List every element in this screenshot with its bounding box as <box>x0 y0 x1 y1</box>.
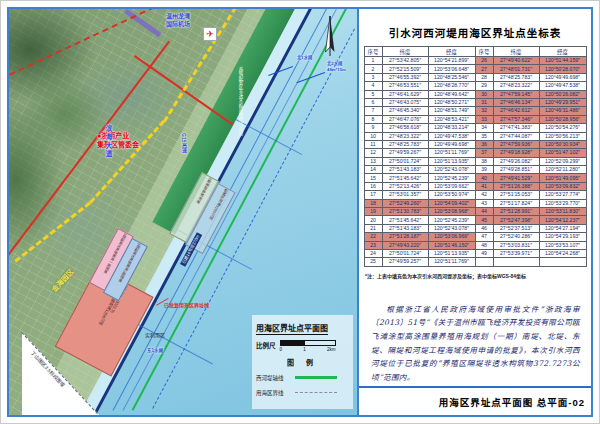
bei1-gate-label: 北1水闸 <box>297 54 312 60</box>
shiliyongqu-label: 实利用区 <box>145 331 165 338</box>
table-row: 1127°48′25.783″120°49′49.698″3627°47′59.… <box>364 140 586 148</box>
cell-index: 4 <box>364 82 382 90</box>
drawing-sheet: 4期围垦养殖用海1250公顷 (2017.9—2022.9) 3期配套区养殖用海… <box>0 0 600 424</box>
cell-longitude: 120°54′09.402″ <box>428 199 475 207</box>
cell-latitude: 27°48′25.783″ <box>382 140 428 148</box>
cell-index: 40 <box>475 174 493 182</box>
cell-index: 45 <box>475 216 493 224</box>
cell-longitude: 120°54′27.194″ <box>539 224 586 232</box>
approval-paragraph: 根据浙江省人民政府海域使用审批文件“浙政海审〔2013〕51号”《关于温州市瓯飞… <box>371 303 580 385</box>
legend-item-axis-label: 西河堤轴线 <box>256 374 290 382</box>
cell-index: 47 <box>475 233 493 241</box>
cell-index: 22 <box>364 233 382 241</box>
sheet-title: 用海区界址点平面图 总平面-02 <box>439 395 585 409</box>
cell-longitude: 120°51′11.769″ <box>428 258 475 266</box>
cell-longitude: 120°52′09.299″ <box>539 157 586 165</box>
cell-longitude: 120°48′53.421″ <box>428 115 475 123</box>
cell-index: 31 <box>475 98 493 106</box>
cell-longitude: 120°53′09.832″ <box>539 182 586 190</box>
cell-longitude: 120°49′49.698″ <box>539 73 586 81</box>
cell-longitude: 120°53′09.662″ <box>428 182 475 190</box>
table-header-row: 序号纬度经度序号纬度经度 <box>364 47 586 57</box>
cell-longitude: 120°48′25.546″ <box>428 73 475 81</box>
cell-latitude: 27°49′59.267″ <box>382 149 428 157</box>
cell-index: 15 <box>364 174 382 182</box>
cell-longitude: 120°50′56.213″ <box>539 132 586 140</box>
cell-longitude: 120°48′50.271″ <box>428 98 475 106</box>
cell-latitude: 27°46′46.134″ <box>493 98 539 106</box>
cell-index: 34 <box>475 124 493 132</box>
airport-icon: ✈ <box>203 27 217 41</box>
cell-latitude: 27°52′40.286″ <box>493 233 539 241</box>
cell-longitude: 120°53′06.966″ <box>428 233 475 241</box>
table-row: 427°46′53.551″120°48′28.770″2927°48′23.3… <box>364 82 586 90</box>
cell-latitude: 27°47′41.383″ <box>493 124 539 132</box>
cell-latitude: 27°50′01.724″ <box>382 157 428 165</box>
cell-index: 21 <box>364 224 382 232</box>
cell-longitude: 120°53′11.830″ <box>539 208 586 216</box>
cell-latitude: 27°50′01.724″ <box>382 249 428 257</box>
cell-longitude: 120°51′13.935″ <box>428 157 475 165</box>
scale-tick-1: 1 <box>303 347 306 352</box>
cell-latitude: 27°51′17.824″ <box>493 199 539 207</box>
cell-longitude: 120°49′47.538″ <box>539 82 586 90</box>
table-row: 2227°51′28.187″120°53′06.966″4727°52′40.… <box>364 233 586 241</box>
cell-latitude: 27°46′47.076″ <box>382 115 428 123</box>
table-row: 1427°51′43.183″120°52′43.078″3927°49′28.… <box>364 166 586 174</box>
cell-longitude: 120°50′28.956″ <box>539 115 586 123</box>
cell-latitude: 27°49′26.082″ <box>493 157 539 165</box>
cell-index: 41 <box>475 182 493 190</box>
cell-index: 5 <box>364 90 382 98</box>
cell-longitude: 120°52′11.280″ <box>539 166 586 174</box>
cell-index: 38 <box>475 157 493 165</box>
cell-latitude: 27°49′43.220″ <box>382 241 428 249</box>
cell-longitude: 120°53′06.648″ <box>428 65 475 73</box>
legend-item-boundary-label: 用海区界线 <box>256 389 290 397</box>
legend-title: 用海区界址点平面图 <box>256 322 328 335</box>
cell-longitude: 120°50′26.082″ <box>539 90 586 98</box>
column-header: 纬度 <box>382 47 428 57</box>
cell-longitude: 120°54′21.899″ <box>428 57 475 65</box>
cell-longitude: 120°51′11.769″ <box>428 149 475 157</box>
g15-label: G15高速 <box>181 133 188 152</box>
cell-latitude: 27°51′43.183″ <box>382 224 428 232</box>
cell-index: 7 <box>364 107 382 115</box>
sheet-frame: 4期围垦养殖用海1250公顷 (2017.9—2022.9) 3期配套区养殖用海… <box>7 7 593 417</box>
airport-label: 温州龙湾 国际机场 <box>166 13 190 28</box>
cell-index: 44 <box>475 208 493 216</box>
cell-index: 12 <box>364 149 382 157</box>
cell-index: 16 <box>364 182 382 190</box>
cell-latitude: 27°48′23.322″ <box>493 82 539 90</box>
cell-index: 19 <box>364 208 382 216</box>
scale-label: 比例尺 <box>256 340 276 350</box>
cell-longitude: 120°49′31.486″ <box>539 107 586 115</box>
cell-index <box>475 258 493 266</box>
scale-tick-0: 0 <box>280 347 283 352</box>
cell-latitude: 27°49′40.622″ <box>493 57 539 65</box>
cell-latitude: 27°53′39.971″ <box>493 249 539 257</box>
approved-boundary-label: 已批复用海区界址线 <box>164 301 209 308</box>
table-row: 1727°53′01.357″120°53′50.974″4227°51′15.… <box>364 191 586 199</box>
scale-bar: 0 1 2km <box>280 340 336 352</box>
table-row: 1827°52′49.260″120°54′09.402″4327°51′17.… <box>364 199 586 207</box>
jinhai-park-label: 金海园区 <box>49 267 75 294</box>
table-row: 827°46′47.076″120°48′53.421″3327°47′57.3… <box>364 115 586 123</box>
table-row: 1527°51′45.642″120°52′45.239″4027°49′41.… <box>364 174 586 182</box>
dong1-gate-label: 东1水闸 <box>147 347 163 353</box>
table-row: 727°46′45.340″120°48′51.749″3227°46′42.6… <box>364 107 586 115</box>
cell-index: 33 <box>475 115 493 123</box>
cell-longitude: 120°53′08.968″ <box>428 208 475 216</box>
cell-latitude: 27°53′42.805″ <box>382 57 428 65</box>
cell-longitude: 120°48′51.749″ <box>428 107 475 115</box>
cell-longitude: 120°51′44.159″ <box>539 57 586 65</box>
cell-latitude: 27°47′59.936″ <box>493 140 539 148</box>
legend-boundary-swatch <box>295 392 337 393</box>
coordinate-table: 序号纬度经度序号纬度经度 127°53′42.805″120°54′21.899… <box>364 46 587 267</box>
cell-latitude: 27°46′58.618″ <box>382 124 428 132</box>
cell-latitude: 27°53′03.831″ <box>493 241 539 249</box>
column-header: 经度 <box>428 47 475 57</box>
cell-longitude: 120°54′29.193″ <box>539 233 586 241</box>
cell-index: 48 <box>475 241 493 249</box>
bei2-gate-size: 48m*15m <box>327 67 346 73</box>
table-row: 2127°51′43.183″120°52′43.078″4627°52′37.… <box>364 224 586 232</box>
